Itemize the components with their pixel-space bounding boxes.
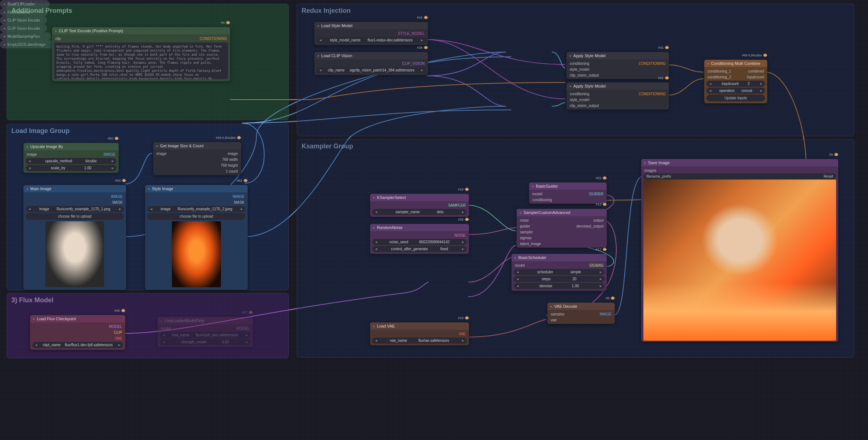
- node-upscale-image-by[interactable]: #50 Upscale Image By imageIMAGE upscale_…: [23, 143, 119, 173]
- widget-clip-name[interactable]: clip_namesigclip_vision_patch14_384.safe…: [317, 67, 426, 73]
- input-conditioning[interactable]: conditioning: [570, 62, 589, 66]
- widget-vae-name[interactable]: vae_nameflux/ae.safetensors: [372, 337, 467, 344]
- node-conditioning-multi-combine[interactable]: #69 KJNodes Conditioning Multi Combine c…: [704, 60, 767, 103]
- prompt-textarea[interactable]: boiling_fire, A girl **** entirely of fl…: [54, 42, 228, 79]
- update-inputs-button[interactable]: Update inputs: [706, 95, 765, 101]
- node-title[interactable]: Conditioning Multi Combine: [704, 60, 767, 67]
- input-conditioning[interactable]: conditioning: [570, 92, 589, 96]
- output-conditioning[interactable]: CONDITIONING: [639, 92, 666, 96]
- node-title[interactable]: SamplerCustomAdvanced: [517, 209, 607, 216]
- widget-noise-seed[interactable]: noise_seed860220586844142: [372, 239, 467, 245]
- node-apply-style-model-2[interactable]: #61 Apply Style Model conditioningCONDIT…: [566, 82, 669, 110]
- node-title[interactable]: Main Image: [23, 185, 126, 192]
- output-output[interactable]: output: [593, 218, 603, 222]
- node-title[interactable]: VAE Decode: [547, 303, 615, 310]
- output-sampler[interactable]: SAMPLER: [448, 203, 466, 207]
- widget-strength[interactable]: strength_model0.50: [160, 339, 251, 345]
- input-images[interactable]: images: [644, 169, 656, 173]
- output-image[interactable]: IMAGE: [104, 152, 115, 156]
- output-mask[interactable]: MASK: [234, 200, 244, 204]
- input-vae[interactable]: vae: [551, 318, 557, 322]
- input-style-model[interactable]: style_model: [570, 98, 589, 102]
- node-title[interactable]: Style Image: [145, 185, 248, 192]
- input-image[interactable]: image: [27, 152, 37, 156]
- node-main-image[interactable]: #40 Main Image IMAGE MASK imageRuncomfy_…: [23, 185, 126, 290]
- output-clip[interactable]: CLIP: [114, 330, 122, 334]
- input-clip-vision-output[interactable]: clip_vision_output: [570, 104, 599, 108]
- output-noise[interactable]: NOISE: [454, 233, 466, 237]
- node-clip-text-encode[interactable]: #6 CLIP Text Encode (Positive Prompt) cl…: [52, 27, 230, 81]
- input-image[interactable]: image: [156, 152, 166, 156]
- node-basic-guider[interactable]: #22 BasicGuider modelGUIDER conditioning: [529, 182, 607, 204]
- node-save-image[interactable]: #9 Save Image images filename_prefixRese…: [641, 159, 838, 342]
- node-title[interactable]: Load VAE: [370, 322, 469, 330]
- input-guider[interactable]: guider: [520, 224, 530, 228]
- output-clip-vision[interactable]: CLIP_VISION: [402, 62, 425, 66]
- output-image[interactable]: IMAGE: [233, 195, 244, 199]
- output-model[interactable]: MODEL: [109, 325, 122, 329]
- node-vae-decode[interactable]: #8 VAE Decode samplesIMAGE vae: [547, 303, 615, 324]
- node-title[interactable]: Apply Style Model: [566, 52, 669, 59]
- node-title[interactable]: LoraLoaderModelOnly: [158, 317, 253, 324]
- output-conditioning[interactable]: CONDITIONING: [200, 37, 227, 41]
- widget-control-after-generate[interactable]: control_after_generatefixed: [372, 246, 467, 252]
- node-title[interactable]: Load CLIP Vision: [314, 52, 428, 59]
- output-denoised[interactable]: denoised_output: [576, 224, 603, 228]
- output-mask[interactable]: MASK: [112, 200, 123, 204]
- node-apply-style-model-1[interactable]: #41 Apply Style Model conditioningCONDIT…: [566, 52, 669, 79]
- node-sampler-custom-advanced[interactable]: #13 SamplerCustomAdvanced noiseoutput gu…: [517, 209, 607, 248]
- node-title[interactable]: RandomNoise: [370, 224, 469, 231]
- widget-filename-prefix[interactable]: filename_prefix: [646, 174, 671, 178]
- input-clip[interactable]: clip: [55, 37, 61, 41]
- widget-scheduler[interactable]: schedulersimple: [514, 269, 605, 275]
- input-samples[interactable]: samples: [551, 312, 564, 316]
- widget-steps[interactable]: steps20: [514, 276, 605, 282]
- widget-denoise[interactable]: denoise1.00: [514, 283, 605, 289]
- node-get-image-size[interactable]: #49 KJNodes Get Image Size & Count image…: [153, 142, 241, 175]
- input-style-model[interactable]: style_model: [570, 67, 589, 71]
- widget-scale-by[interactable]: scale_by1.00: [26, 165, 117, 171]
- output-style-model[interactable]: STYLE_MODEL: [398, 32, 425, 36]
- node-title[interactable]: BasicGuider: [529, 182, 607, 190]
- node-ksampler-select[interactable]: #16 KSamplerSelect SAMPLER sampler_named…: [370, 194, 469, 217]
- node-title[interactable]: Load Style Model: [314, 22, 428, 29]
- reset-button[interactable]: Reset: [824, 174, 833, 178]
- node-title[interactable]: Save Image: [641, 159, 838, 166]
- node-title[interactable]: BasicScheduler: [511, 254, 607, 261]
- node-title[interactable]: Apply Style Model: [566, 82, 669, 90]
- output-inputcount[interactable]: inputcount: [747, 75, 764, 79]
- input-model[interactable]: model: [532, 192, 542, 196]
- node-load-style-model[interactable]: #42 Load Style Model STYLE_MODEL style_m…: [314, 22, 428, 45]
- node-lora-loader-model-only[interactable]: #57 LoraLoaderModelOnly modelMODEL lora_…: [158, 317, 253, 347]
- input-sigmas[interactable]: sigmas: [520, 236, 532, 240]
- input-conditioning[interactable]: conditioning: [532, 198, 552, 202]
- widget-ckpt-name[interactable]: ckpt_nameflux/flux1-dev-fp8.safetensors: [32, 342, 123, 348]
- widget-style-model-name[interactable]: style_model_nameflux1-redux-dev.safetens…: [317, 37, 426, 43]
- node-title[interactable]: Upscale Image By: [23, 143, 119, 150]
- output-image[interactable]: IMAGE: [600, 312, 612, 316]
- widget-lora-name[interactable]: lora_nameflux/mjv6_lora.safetensors: [160, 332, 251, 338]
- output-guider[interactable]: GUIDER: [589, 192, 603, 196]
- widget-image-file[interactable]: imageRuncomfy_example_1170_2.jpeg: [147, 206, 245, 212]
- node-random-noise[interactable]: #25 RandomNoise NOISE noise_seed86022058…: [370, 224, 469, 254]
- widget-inputcount[interactable]: inputcount2: [706, 81, 765, 87]
- node-title[interactable]: Get Image Size & Count: [153, 142, 241, 149]
- output-vae[interactable]: VAE: [459, 332, 466, 336]
- input-noise[interactable]: noise: [520, 218, 529, 222]
- input-model[interactable]: model: [161, 326, 171, 330]
- output-model[interactable]: MODEL: [236, 326, 250, 330]
- input-model[interactable]: model: [515, 263, 525, 267]
- node-load-vae[interactable]: #10 Load VAE VAE vae_nameflux/ae.safeten…: [370, 322, 469, 345]
- widget-image-file[interactable]: imageRuncomfy_example_1170_1.png: [26, 206, 124, 212]
- node-title[interactable]: Load Flux Checkpoint: [30, 315, 125, 322]
- output-image[interactable]: image: [228, 152, 238, 156]
- input-cond-2[interactable]: conditioning_2: [708, 75, 731, 79]
- node-title[interactable]: CLIP Text Encode (Positive Prompt): [52, 27, 230, 34]
- widget-operation[interactable]: operationconcat: [706, 88, 765, 94]
- widget-upscale-method[interactable]: upscale_methodbicubic: [26, 158, 117, 164]
- output-sigmas[interactable]: SIGMAS: [589, 263, 603, 267]
- output-conditioning[interactable]: CONDITIONING: [639, 62, 666, 66]
- choose-file-button[interactable]: choose file to upload: [147, 213, 245, 220]
- output-vae[interactable]: VAE: [115, 336, 122, 340]
- output-image[interactable]: IMAGE: [111, 195, 123, 199]
